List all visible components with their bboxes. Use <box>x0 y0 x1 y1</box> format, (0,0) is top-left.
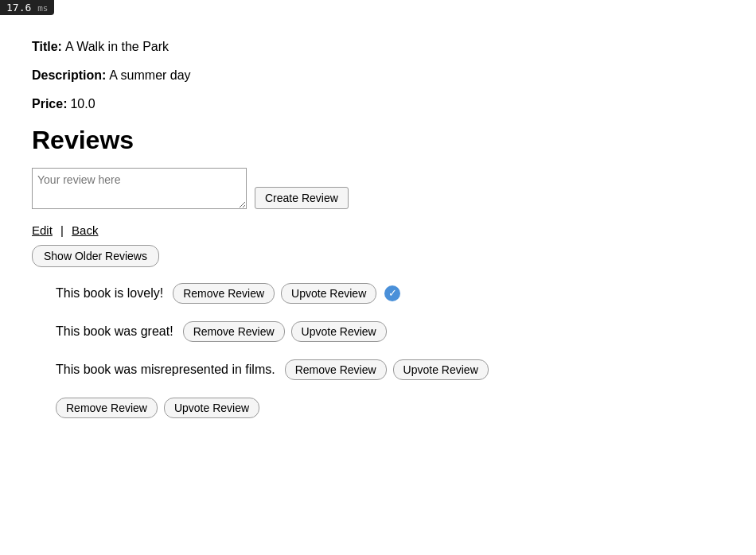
upvote-review-button[interactable]: Upvote Review <box>164 398 259 418</box>
checkmark-icon: ✓ <box>384 285 400 301</box>
edit-link[interactable]: Edit <box>32 223 53 237</box>
price-label: Price: <box>32 97 67 111</box>
review-form: Create Review <box>32 168 724 209</box>
title-row: Title: A Walk in the Park <box>32 40 724 54</box>
price-value: 10.0 <box>70 97 95 111</box>
show-older-button[interactable]: Show Older Reviews <box>32 245 159 267</box>
review-text: This book was misrepresented in films. <box>56 363 275 377</box>
remove-review-button[interactable]: Remove Review <box>173 283 275 304</box>
review-textarea[interactable] <box>32 168 247 209</box>
price-row: Price: 10.0 <box>32 97 724 111</box>
upvote-review-button[interactable]: Upvote Review <box>393 359 489 380</box>
links-row: Edit | Back <box>32 223 724 237</box>
upvote-review-button[interactable]: Upvote Review <box>291 321 387 342</box>
description-value: A summer day <box>109 68 190 82</box>
title-value: A Walk in the Park <box>65 40 169 53</box>
perf-badge: 17.6 ms <box>0 0 54 15</box>
reviews-heading: Reviews <box>32 126 724 155</box>
list-item: This book was misrepresented in films.Re… <box>56 359 724 380</box>
perf-time: 17.6 <box>6 2 31 14</box>
separator: | <box>60 223 64 237</box>
title-label: Title: <box>32 40 62 53</box>
remove-review-button[interactable]: Remove Review <box>56 398 158 418</box>
review-text: This book was great! <box>56 324 173 339</box>
description-row: Description: A summer day <box>32 68 724 83</box>
remove-review-button[interactable]: Remove Review <box>183 321 285 342</box>
upvote-review-button[interactable]: Upvote Review <box>281 283 376 304</box>
review-text: This book is lovely! <box>56 286 163 301</box>
list-item: This book is lovely!Remove ReviewUpvote … <box>56 283 724 304</box>
list-item: Remove ReviewUpvote Review <box>56 398 724 418</box>
back-link[interactable]: Back <box>72 223 98 237</box>
create-review-button[interactable]: Create Review <box>255 187 349 209</box>
description-label: Description: <box>32 68 106 82</box>
perf-unit: ms <box>37 3 48 14</box>
list-item: This book was great!Remove ReviewUpvote … <box>56 321 724 342</box>
remove-review-button[interactable]: Remove Review <box>285 359 387 380</box>
reviews-list: This book is lovely!Remove ReviewUpvote … <box>32 283 724 418</box>
